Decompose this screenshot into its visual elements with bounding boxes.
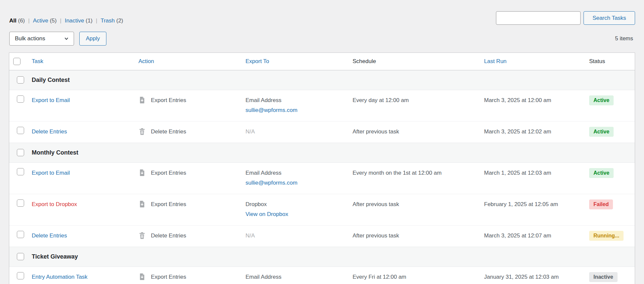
export-to-primary: Email Address [246, 274, 282, 280]
group-title: Daily Contest [28, 77, 74, 83]
filter-active-label: Active [33, 18, 48, 24]
items-count: 5 items [615, 35, 633, 42]
group-row: Ticket Giveaway [9, 247, 635, 266]
bulk-actions-selected-label: Bulk actions [15, 35, 45, 42]
last-run-text: March 1, 2025 at 12:03 am [484, 170, 551, 176]
status-badge: Active [589, 95, 614, 105]
table-header-row: Task Action Export To Schedule Last Run … [9, 53, 635, 70]
table-row: Export to Email Export Entries E [9, 162, 635, 194]
schedule-text: Every month on the 1st at 12:00 am [353, 170, 441, 176]
bulk-actions-select[interactable]: Bulk actions [9, 32, 74, 46]
status-badge: Inactive [589, 272, 618, 282]
schedule-text: Every day at 12:00 am [353, 97, 409, 103]
filter-all-count: (6) [18, 18, 25, 24]
group-row: Daily Contest [9, 70, 635, 90]
group-title: Monthly Contest [28, 149, 82, 156]
row-checkbox[interactable] [17, 272, 24, 279]
action-label: Export Entries [151, 274, 186, 280]
action-label: Export Entries [151, 170, 186, 176]
filter-all-label: All [9, 18, 17, 24]
export-to-primary: N/A [246, 128, 255, 135]
tasks-list-page: All (6)|Active (5)|Inactive (1)|Trash (2… [0, 0, 644, 284]
export-to-link[interactable]: sullie@wpforms.com [246, 105, 345, 115]
export-to-primary: Email Address [246, 97, 282, 103]
row-checkbox[interactable] [17, 199, 24, 207]
filter-separator: | [96, 18, 97, 24]
select-all-checkbox[interactable] [13, 58, 20, 65]
task-link[interactable]: Delete Entries [32, 232, 67, 239]
tasks-table: Task Action Export To Schedule Last Run … [9, 53, 635, 284]
column-header-last-run[interactable]: Last Run [484, 58, 507, 64]
column-header-export-to[interactable]: Export To [246, 58, 269, 64]
filter-trash-count: (2) [116, 18, 123, 24]
task-link[interactable]: Delete Entries [32, 128, 67, 135]
row-checkbox[interactable] [17, 127, 24, 134]
schedule-text: Every Fri at 12:00 am [353, 274, 406, 280]
status-badge: Active [589, 127, 614, 137]
action-label: Delete Entries [151, 232, 186, 239]
export-to-link[interactable]: View on Dropbox [246, 209, 345, 219]
status-badge: Failed [589, 199, 613, 209]
file-export-icon [138, 200, 146, 208]
column-header-action[interactable]: Action [138, 58, 154, 64]
filter-inactive-label: Inactive [65, 18, 84, 24]
export-to-link[interactable]: sullie@wpforms.com [246, 178, 345, 188]
column-header-schedule: Schedule [353, 58, 376, 64]
filter-inactive-count: (1) [86, 18, 93, 24]
export-to-primary: N/A [246, 232, 255, 239]
search-input[interactable] [496, 11, 581, 25]
export-to-primary: Email Address [246, 170, 282, 176]
trash-icon [138, 128, 146, 135]
task-link[interactable]: Export to Email [32, 97, 70, 103]
group-checkbox[interactable] [17, 76, 24, 84]
schedule-text: After previous task [353, 128, 399, 135]
chevron-down-icon [64, 36, 69, 41]
task-link[interactable]: Entry Automation Task [32, 274, 88, 280]
action-label: Export Entries [151, 97, 186, 103]
group-checkbox[interactable] [17, 253, 24, 260]
table-row: Export to Dropbox Export Entries [9, 194, 635, 225]
row-checkbox[interactable] [17, 168, 24, 175]
column-header-task[interactable]: Task [32, 58, 43, 64]
export-to-primary: Dropbox [246, 201, 267, 207]
status-filters: All (6)|Active (5)|Inactive (1)|Trash (2… [9, 18, 123, 24]
row-checkbox[interactable] [17, 231, 24, 238]
filter-separator: | [28, 18, 29, 24]
status-badge: Active [589, 168, 614, 178]
filter-active-count: (5) [50, 18, 57, 24]
filter-all[interactable]: All (6) [9, 18, 25, 24]
table-row: Delete Entries Delete Entries N/ [9, 121, 635, 143]
column-header-status: Status [589, 58, 605, 64]
group-row: Monthly Contest [9, 143, 635, 162]
last-run-text: March 3, 2025 at 12:02 am [484, 128, 551, 135]
file-export-icon [138, 169, 146, 176]
action-label: Delete Entries [151, 128, 186, 135]
table-row: Delete Entries Delete Entries N/ [9, 225, 635, 247]
schedule-text: After previous task [353, 232, 399, 239]
apply-button[interactable]: Apply [79, 32, 106, 46]
row-checkbox[interactable] [17, 95, 24, 103]
task-link[interactable]: Export to Email [32, 170, 70, 176]
file-export-icon [138, 273, 146, 280]
group-title: Ticket Giveaway [28, 253, 82, 260]
schedule-text: After previous task [353, 201, 399, 207]
task-table-body: Daily Contest Export to Email Ex [9, 70, 635, 284]
group-checkbox[interactable] [17, 149, 24, 156]
file-export-icon [138, 96, 146, 104]
table-row: Export to Email Export Entries E [9, 90, 635, 121]
search-tasks-button[interactable]: Search Tasks [584, 11, 635, 25]
last-run-text: March 3, 2025 at 12:00 am [484, 97, 551, 103]
action-label: Export Entries [151, 201, 186, 207]
table-row: Entry Automation Task Export Entries [9, 266, 635, 284]
last-run-text: March 3, 2025 at 12:07 am [484, 232, 551, 239]
filter-trash[interactable]: Trash (2) [100, 18, 123, 24]
last-run-text: January 31, 2025 at 12:03 am [484, 274, 559, 280]
filter-trash-label: Trash [100, 18, 115, 24]
status-badge: Running... [589, 231, 624, 241]
task-link[interactable]: Export to Dropbox [32, 201, 77, 207]
filter-separator: | [60, 18, 61, 24]
trash-icon [138, 232, 146, 239]
last-run-text: February 1, 2025 at 12:05 am [484, 201, 558, 207]
filter-inactive[interactable]: Inactive (1) [65, 18, 93, 24]
filter-active[interactable]: Active (5) [33, 18, 57, 24]
